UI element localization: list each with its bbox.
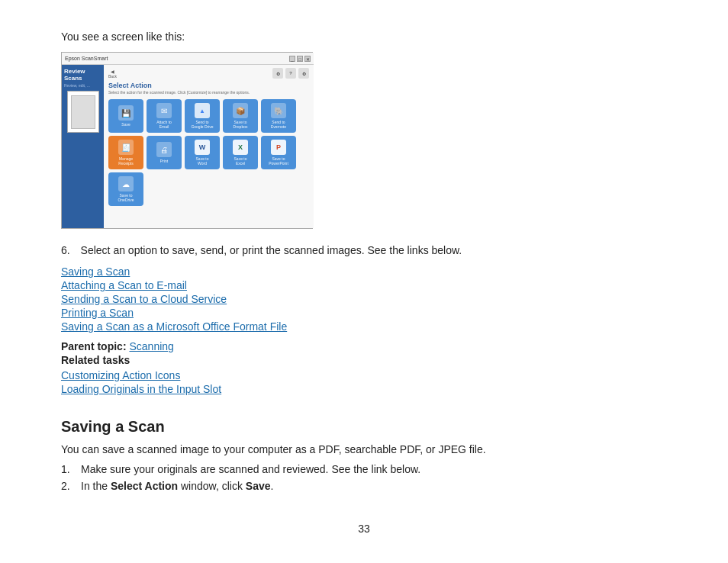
intro-text: You see a screen like this: <box>61 31 667 43</box>
link-sending-scan[interactable]: Sending a Scan to a Cloud Service <box>61 293 667 305</box>
parent-topic-label: Parent topic: <box>61 340 127 352</box>
screenshot-action-dropbox: 📦Save toDropbox <box>223 99 258 133</box>
saving-step-1: 1. Make sure your originals are scanned … <box>61 463 667 475</box>
screenshot-action-gdrive: ▲Send toGoogle Drive <box>185 99 220 133</box>
screenshot-close-btn: ✕ <box>304 56 311 62</box>
parent-topic: Parent topic: Scanning <box>61 340 667 352</box>
screenshot-action-receipts: 🧾ManageReceipts <box>108 136 143 169</box>
saving-step-2: 2. In the Select Action window, click Sa… <box>61 480 667 492</box>
screenshot-action-excel: XSave toExcel <box>223 136 258 169</box>
screenshot-action-save: 💾Save <box>108 99 143 133</box>
screenshot-container: Epson ScanSmart _ □ ✕ Review Scans Revie… <box>61 52 313 229</box>
screenshot-action-word: WSave toWord <box>185 136 220 169</box>
link-saving-msoffice[interactable]: Saving a Scan as a Microsoft Office Form… <box>61 320 667 333</box>
saving-step-2-middle: window, click <box>178 480 246 492</box>
screenshot-titlebar: Epson ScanSmart _ □ ✕ <box>62 53 314 65</box>
saving-section-intro: You can save a scanned image to your com… <box>61 443 667 455</box>
step-6-description: Select an option to save, send, or print… <box>81 244 462 256</box>
step-6-number: 6. <box>61 244 70 256</box>
saving-step-2-suffix: . <box>271 480 274 492</box>
screenshot-image: Epson ScanSmart _ □ ✕ Review Scans Revie… <box>62 53 314 228</box>
screenshot-nav-icon-2: ? <box>285 68 296 79</box>
link-customizing-action-icons[interactable]: Customizing Action Icons <box>61 369 667 381</box>
screenshot-sidebar-sub: Review, edit, ... <box>64 83 101 88</box>
saving-step-2-bold: Select Action <box>111 480 178 492</box>
link-printing-scan[interactable]: Printing a Scan <box>61 307 667 319</box>
screenshot-top-nav: ◀Back ⚙ ? ⚙ <box>108 68 309 79</box>
screenshot-window-buttons: _ □ ✕ <box>289 56 311 62</box>
screenshot-sidebar: Review Scans Review, edit, ... <box>62 65 104 228</box>
saving-step-2-prefix: In the <box>81 480 111 492</box>
screenshot-nav-icon-3: ⚙ <box>298 68 309 79</box>
saving-step-2-bold-end: Save <box>246 480 271 492</box>
screenshot-select-action-title: Select Action <box>108 82 309 89</box>
screenshot-back-btn: ◀Back <box>108 69 117 79</box>
screenshot-action-email: ✉Attach toEmail <box>147 99 182 133</box>
link-loading-originals[interactable]: Loading Originals in the Input Slot <box>61 383 667 395</box>
link-saving-scan[interactable]: Saving a Scan <box>61 265 667 278</box>
link-attaching-scan[interactable]: Attaching a Scan to E-mail <box>61 279 667 291</box>
saving-section-heading: Saving a Scan <box>61 418 667 436</box>
screenshot-select-action-sub: Select the action for the scanned image.… <box>108 90 309 95</box>
screenshot-main: ◀Back ⚙ ? ⚙ Select Action Select the act… <box>104 65 314 228</box>
saving-step-2-text: In the Select Action window, click Save. <box>81 480 273 492</box>
parent-topic-link[interactable]: Scanning <box>129 340 173 352</box>
screenshot-app-title: Epson ScanSmart <box>65 56 289 61</box>
link-list: Saving a Scan Attaching a Scan to E-mail… <box>61 265 667 333</box>
step-6-text: 6. Select an option to save, send, or pr… <box>61 244 667 256</box>
screenshot-action-ppt: PSave toPowerPoint <box>261 136 296 169</box>
screenshot-body: Review Scans Review, edit, ... ◀Back ⚙ ?… <box>62 65 314 228</box>
screenshot-maximize-btn: □ <box>297 56 303 62</box>
saving-step-1-num: 1. <box>61 463 75 475</box>
screenshot-nav-icons: ⚙ ? ⚙ <box>272 68 309 79</box>
screenshot-thumbnail <box>67 91 99 133</box>
screenshot-minimize-btn: _ <box>289 56 295 62</box>
screenshot-actions-grid: 💾Save ✉Attach toEmail ▲Send toGoogle Dri… <box>108 99 309 206</box>
screenshot-sidebar-title: Review Scans <box>64 68 101 82</box>
screenshot-action-evernote: 🐘Send toEvernote <box>261 99 296 133</box>
screenshot-thumb-img <box>71 95 95 129</box>
related-tasks-label: Related tasks <box>61 354 667 366</box>
saving-step-2-num: 2. <box>61 480 75 492</box>
screenshot-action-onedrive: ☁Save toOneDrive <box>108 172 143 206</box>
related-tasks-links: Customizing Action Icons Loading Origina… <box>61 369 667 395</box>
saving-step-1-text: Make sure your originals are scanned and… <box>81 463 420 475</box>
screenshot-nav-icon-1: ⚙ <box>272 68 283 79</box>
page-number: 33 <box>61 523 667 535</box>
screenshot-action-print: 🖨Print <box>147 136 182 169</box>
page-content: You see a screen like this: Epson ScanSm… <box>0 0 728 563</box>
